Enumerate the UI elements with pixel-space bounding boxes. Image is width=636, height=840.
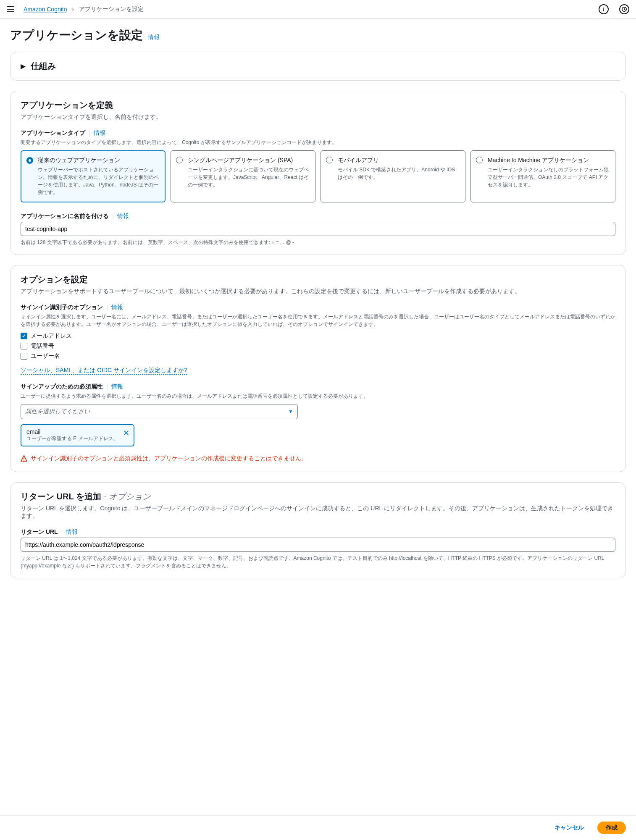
top-bar: Amazon Cognito › アプリケーションを設定 i	[0, 0, 636, 19]
tile-traditional-web[interactable]: 従来のウェブアプリケーション ウェブサーバーでホストされているアプリケーション。…	[21, 150, 166, 202]
tile-title: 従来のウェブアプリケーション	[38, 157, 159, 164]
return-url-label: リターン URL	[21, 528, 58, 536]
required-attrs-info-link[interactable]: 情報	[111, 383, 123, 391]
how-it-works-toggle[interactable]: ▶ 仕組み	[21, 60, 615, 72]
tile-desc: モバイル SDK で構築されたアプリ。Android や iOS はその一例です…	[338, 166, 459, 181]
page-title: アプリケーションを設定	[10, 27, 143, 43]
required-attrs-desc: ユーザーに提供するよう求める属性を選択します。ユーザー名のみの場合は、メールアド…	[21, 392, 615, 400]
tile-m2m[interactable]: Machine to Machine アプリケーション ユーザーインタラクション…	[470, 150, 615, 202]
optional-label: - オプション	[101, 492, 151, 501]
return-url-panel: リターン URL を追加 - オプション リターン URL を選択します。Cog…	[10, 482, 626, 578]
app-type-tiles: 従来のウェブアプリケーション ウェブサーバーでホストされているアプリケーション。…	[21, 150, 615, 202]
warning-icon	[21, 455, 27, 463]
signin-info-link[interactable]: 情報	[111, 304, 123, 311]
app-name-input[interactable]	[21, 222, 615, 236]
how-it-works-label: 仕組み	[31, 60, 56, 72]
checkbox-label: ユーザー名	[31, 352, 60, 360]
radio-icon	[476, 157, 483, 163]
radio-icon	[26, 157, 33, 164]
divider	[614, 4, 614, 14]
chevron-down-icon: ▼	[288, 409, 293, 415]
app-type-desc: 開発するアプリケーションのタイプを選択します。選択内容によって、Cognito …	[21, 139, 615, 146]
breadcrumb-service-link[interactable]: Amazon Cognito	[24, 6, 67, 13]
app-type-info-link[interactable]: 情報	[94, 129, 105, 137]
checkbox-phone[interactable]	[21, 343, 27, 349]
tile-spa[interactable]: シングルページアプリケーション (SPA) ユーザーインタラクションに基づいて現…	[171, 150, 315, 202]
radio-icon	[176, 157, 183, 163]
required-attrs-select[interactable]: 属性を選択してください ▼	[21, 404, 298, 419]
tile-mobile[interactable]: モバイルアプリ モバイル SDK で構築されたアプリ。Android や iOS…	[321, 150, 465, 202]
return-url-desc: リターン URL を選択します。Cognito は、ユーザープールドメインのマネ…	[21, 505, 615, 520]
breadcrumb-current: アプリケーションを設定	[79, 5, 144, 13]
app-name-info-link[interactable]: 情報	[117, 213, 129, 220]
menu-icon[interactable]	[7, 4, 17, 14]
signin-label: サインイン識別子のオプション	[21, 304, 103, 311]
return-url-helper: リターン URL は 1〜1,024 文字である必要があります。有効な文字は、文…	[21, 554, 615, 570]
select-placeholder: 属性を選択してください	[25, 408, 90, 415]
checkbox-email[interactable]	[21, 333, 27, 339]
return-url-input[interactable]	[21, 538, 615, 552]
info-icon[interactable]: i	[599, 4, 609, 14]
app-name-label: アプリケーションに名前を付ける	[21, 213, 109, 220]
options-desc: アプリケーションをサポートするユーザープールについて、最初にいくつか選択する必要…	[21, 288, 615, 295]
options-title: オプションを設定	[21, 274, 615, 285]
app-name-helper: 名前は 128 文字以下である必要があります。名前には、英数字、スペース、次の特…	[21, 239, 615, 246]
chip-desc: ユーザーが希望する E メールアドレス。	[26, 435, 118, 442]
checkbox-label: 電話番号	[31, 342, 54, 350]
define-desc: アプリケーションタイプを選択し、名前を付けます。	[21, 113, 615, 121]
signin-desc: サインイン属性を選択します。ユーザー名には、メールアドレス、電話番号、またはユー…	[21, 313, 615, 328]
page-info-link[interactable]: 情報	[148, 34, 160, 41]
clock-icon[interactable]	[619, 4, 629, 14]
tile-title: シングルページアプリケーション (SPA)	[188, 157, 309, 164]
chevron-right-icon: ›	[72, 6, 74, 13]
define-title: アプリケーションを定義	[21, 100, 615, 111]
attribute-chip-email: email ユーザーが希望する E メールアドレス。 ✕	[21, 424, 134, 446]
svg-point-2	[24, 460, 24, 461]
app-type-label: アプリケーションタイプ	[21, 129, 85, 137]
chip-label: email	[26, 428, 118, 435]
signin-checkbox-group: メールアドレス 電話番号 ユーザー名	[21, 332, 615, 360]
social-signin-link[interactable]: ソーシャル、SAML、または OIDC サインインを設定しますか?	[21, 367, 187, 375]
warning-text: サインイン識別子のオプションと必須属性は、アプリケーションの作成後に変更すること…	[31, 455, 307, 462]
required-attrs-label: サインアップのための必須属性	[21, 383, 103, 391]
define-application-panel: アプリケーションを定義 アプリケーションタイプを選択し、名前を付けます。 アプリ…	[10, 91, 626, 255]
tile-desc: ユーザーインタラクションなしのプラットフォーム独立型サーバー間通信。OAuth …	[488, 166, 609, 189]
tile-title: モバイルアプリ	[338, 157, 459, 164]
return-url-info-link[interactable]: 情報	[66, 528, 78, 536]
checkbox-label: メールアドレス	[31, 332, 72, 340]
options-panel: オプションを設定 アプリケーションをサポートするユーザープールについて、最初にい…	[10, 265, 626, 472]
radio-icon	[326, 157, 333, 163]
breadcrumb: Amazon Cognito › アプリケーションを設定	[24, 5, 599, 13]
checkbox-username[interactable]	[21, 353, 27, 360]
tile-title: Machine to Machine アプリケーション	[488, 157, 609, 164]
tile-desc: ユーザーインタラクションに基づいて現在のウェブページを変更します。JavaScr…	[188, 166, 309, 189]
close-icon[interactable]: ✕	[123, 429, 129, 437]
caret-right-icon: ▶	[21, 62, 26, 70]
tile-desc: ウェブサーバーでホストされているアプリケーション。情報を表示するために、リダイレ…	[38, 166, 159, 196]
return-url-title: リターン URL を追加 - オプション	[21, 491, 615, 502]
